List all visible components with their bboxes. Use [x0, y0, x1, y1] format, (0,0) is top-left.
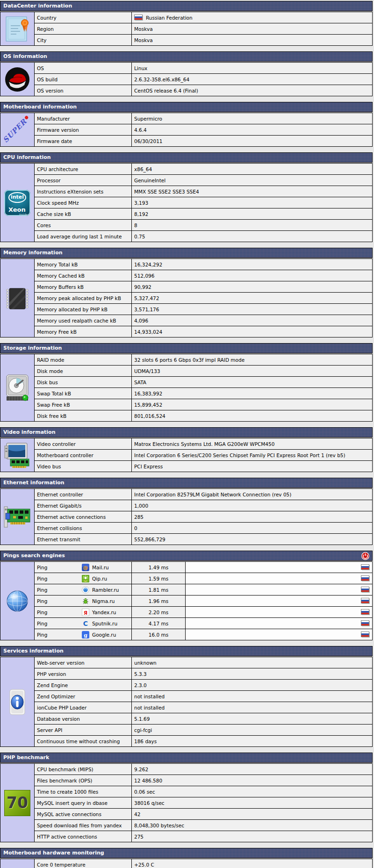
section-rows: Memory Total kB16,324,292Memory Cached k… — [35, 259, 372, 337]
row-label: Continuous time without crashing — [37, 739, 120, 744]
row-label: Instructions eXtension sets — [37, 189, 103, 194]
ping-flag-cell — [186, 595, 372, 606]
row-label-cell: Country — [35, 12, 132, 23]
section-table: Video controllerMatrox Electronics Syste… — [0, 438, 373, 472]
ram-chip-icon — [4, 286, 31, 311]
benchmark-70-icon: 70 — [4, 790, 30, 816]
certificate-icon — [5, 15, 30, 43]
row-label: CPU architecture — [37, 166, 78, 172]
table-row: Time to create 1000 files0.06 sec — [35, 786, 372, 797]
row-value: Moskva — [134, 37, 153, 43]
row-value: Linux — [134, 65, 147, 71]
row-label-cell: CPU architecture — [35, 164, 132, 174]
table-row: Ping Я Yandex.ru2.20 ms — [35, 607, 372, 618]
row-value: Moskva — [134, 26, 153, 32]
row-label: Database version — [37, 716, 80, 722]
ping-label: Ping — [37, 587, 82, 593]
table-row: OS build2.6.32-358.el6.x86_64 — [35, 74, 372, 85]
row-label-cell: Manufacturer — [35, 113, 132, 124]
row-value-cell: 2.3.0 — [132, 680, 372, 690]
table-row: CPU benchmark (MIPS)9.262 — [35, 764, 372, 775]
row-value-cell: 801,016,524 — [132, 410, 372, 421]
section-title: Ethernet information — [3, 478, 65, 488]
table-row: Instructions eXtension setsMMX SSE SSE2 … — [35, 186, 372, 197]
section-icon-cell — [0, 63, 35, 96]
row-label: Server API — [37, 727, 62, 733]
row-value-cell: MMX SSE SSE2 SSE3 SSE4 — [132, 186, 372, 197]
row-value-cell: 14,933,024 — [132, 326, 372, 337]
rambler-icon — [82, 586, 89, 594]
redhat-icon — [4, 66, 30, 93]
table-row: Motherboard controllerIntel Corporation … — [35, 450, 372, 461]
section-ethernet-information: Ethernet information Ethernet controller… — [0, 478, 373, 545]
table-row: Firmware date06/30/2011 — [35, 136, 372, 146]
row-value-cell: 0.06 sec — [132, 786, 372, 797]
section-table: Memory Total kB16,324,292Memory Cached k… — [0, 258, 373, 337]
row-label: Swap Free kB — [37, 402, 70, 408]
section-table: 70CPU benchmark (MIPS)9.262Files benchma… — [0, 763, 373, 842]
row-label-cell: Disk mode — [35, 366, 132, 376]
row-label: Memory used realpath cache kB — [37, 318, 116, 323]
row-label: PHP version — [37, 671, 66, 677]
row-value: 512,096 — [134, 273, 154, 279]
row-label-cell: MySQL insert query in dbase — [35, 797, 132, 808]
ping-label-cell: Ping Rambler.ru — [35, 584, 132, 595]
row-label: Processor — [37, 178, 61, 183]
section-rows: Core 0 temperature+25.0 CCore 1 temperat… — [35, 859, 372, 868]
table-row: OSLinux — [35, 63, 372, 74]
section-header: CPU information — [0, 152, 373, 163]
row-value-cell: cgi-fcgi — [132, 725, 372, 735]
row-label-cell: Firmware version — [35, 124, 132, 135]
ping-flag-cell — [186, 607, 372, 617]
row-label-cell: Clock speed MHz — [35, 197, 132, 208]
row-value-cell: 32 slots 6 ports 6 Gbps 0x3f impl RAID m… — [132, 354, 372, 365]
section-rows: CPU benchmark (MIPS)9.262Files benchmark… — [35, 764, 372, 842]
russia-flag — [361, 598, 370, 604]
power-icon[interactable] — [361, 552, 369, 560]
section-header: Motherboard hardware monitoring — [0, 848, 373, 858]
row-value: 0.06 sec — [134, 789, 155, 795]
row-label: RAID mode — [37, 357, 64, 363]
row-value-cell: 06/30/2011 — [132, 136, 372, 146]
row-value: 0 — [134, 525, 137, 531]
section-header: Memory information — [0, 248, 373, 258]
row-value-cell: 16,324,292 — [132, 259, 372, 270]
table-row: Database version5.1.69 — [35, 713, 372, 725]
section-header: Video information — [0, 427, 373, 438]
section-title: Storage information — [3, 344, 62, 353]
google-icon: g — [82, 631, 89, 638]
row-label: OS — [37, 65, 44, 71]
ping-label-cell: Ping C Sputnik.ru — [35, 618, 132, 629]
row-value-cell: 3,193 — [132, 197, 372, 208]
table-row: Zend Optimizernot installed — [35, 691, 372, 702]
table-row: Memory allocated by PHP kB3,571,176 — [35, 304, 372, 315]
row-value-cell: Intel Corporation 82579LM Gigabit Networ… — [132, 489, 372, 500]
table-row: Cache size kB8,192 — [35, 208, 372, 220]
row-label-cell: ionCube PHP Loader — [35, 702, 132, 713]
row-label-cell: Memory Buffers kB — [35, 281, 132, 292]
row-label-cell: Ethernet Gigabit/s — [35, 500, 132, 511]
section-icon-cell — [0, 354, 35, 421]
row-value: 9.262 — [134, 767, 148, 772]
section-video-information: Video information Video controllerMatrox… — [0, 427, 373, 472]
row-label-cell: Processor — [35, 175, 132, 186]
table-row: ManufacturerSupermicro — [35, 113, 372, 124]
row-label-cell: Memory peak allocated by PHP kB — [35, 293, 132, 303]
ping-site-name: Google.ru — [92, 632, 116, 638]
row-value: 5,327,472 — [134, 295, 159, 301]
section-header: Pings search engines — [0, 551, 373, 561]
row-value: 4.6.4 — [134, 127, 147, 133]
ping-label-cell: Ping @ Mail.ru — [35, 562, 132, 573]
table-row: Core 0 temperature+25.0 C — [35, 859, 372, 868]
row-value: 3,193 — [134, 200, 148, 206]
ping-label: Ping — [37, 632, 82, 638]
row-label-cell: PHP version — [35, 668, 132, 679]
system-info-page: DataCenter information Country Russian F… — [0, 1, 374, 868]
row-value: 42 — [134, 811, 140, 817]
row-label: Ethernet controller — [37, 492, 83, 497]
row-label-cell: Continuous time without crashing — [35, 736, 132, 746]
table-row: Firmware version4.6.4 — [35, 124, 372, 136]
row-label-cell: OS version — [35, 85, 132, 96]
row-label: Load average during last 1 minute — [37, 234, 122, 239]
table-row: Web-server versionunknown — [35, 657, 372, 668]
